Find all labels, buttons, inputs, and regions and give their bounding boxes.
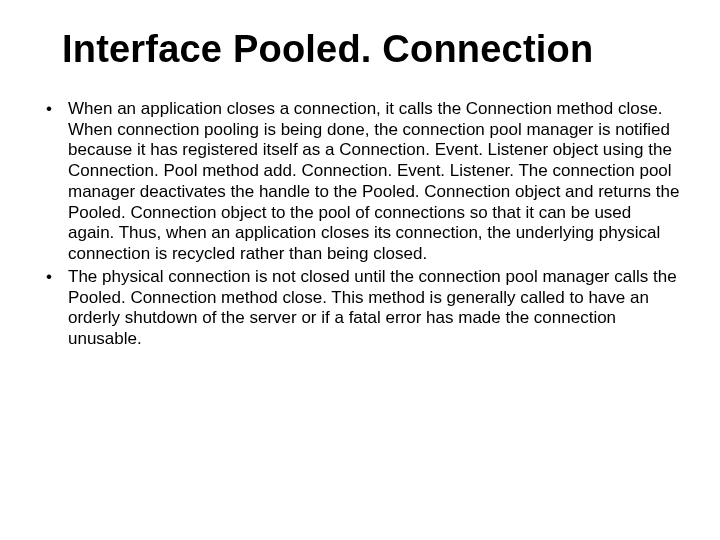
- list-item: When an application closes a connection,…: [40, 99, 680, 265]
- slide: Interface Pooled. Connection When an app…: [0, 0, 720, 540]
- bullet-list: When an application closes a connection,…: [40, 99, 680, 350]
- list-item: The physical connection is not closed un…: [40, 267, 680, 350]
- page-title: Interface Pooled. Connection: [62, 28, 680, 71]
